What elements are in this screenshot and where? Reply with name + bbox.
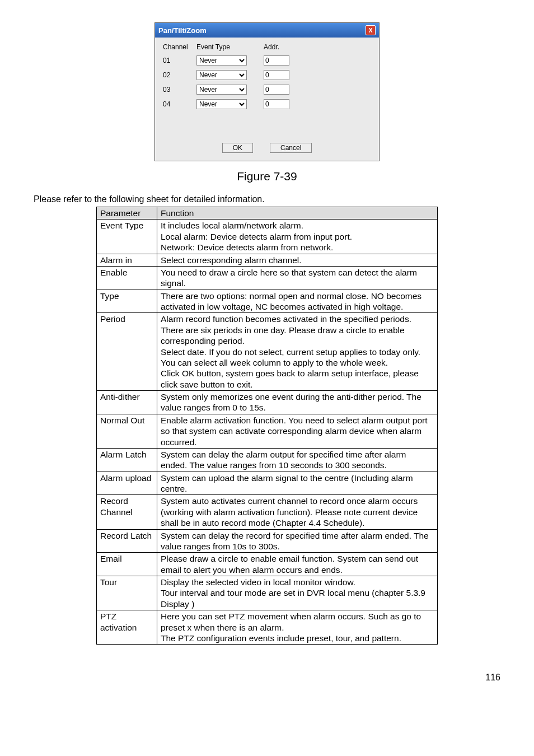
ptz-dialog: Pan/Tilt/Zoom X Channel Event Type Addr.…: [154, 22, 380, 161]
param-cell: Alarm upload: [97, 472, 157, 495]
addr-input[interactable]: [264, 99, 289, 109]
table-header-row: Parameter Function: [97, 207, 438, 220]
col-header-event-type: Event Type: [196, 43, 264, 51]
func-cell: System can upload the alarm signal to th…: [157, 472, 438, 495]
table-row: PTZ activationHere you can set PTZ movem…: [97, 610, 438, 645]
channel-label: 04: [163, 100, 196, 108]
addr-input[interactable]: [264, 85, 289, 95]
func-cell: There are two options: normal open and n…: [157, 290, 438, 313]
func-cell: Display the selected video in local moni…: [157, 576, 438, 610]
param-cell: Event Type: [97, 220, 157, 254]
dialog-title: Pan/Tilt/Zoom: [158, 26, 207, 35]
dialog-titlebar: Pan/Tilt/Zoom X: [155, 23, 379, 38]
func-cell: System auto activates current channel to…: [157, 495, 438, 529]
table-header-parameter: Parameter: [97, 207, 157, 220]
addr-input[interactable]: [264, 70, 289, 80]
col-header-channel: Channel: [163, 43, 196, 51]
channel-label: 03: [163, 86, 196, 94]
param-cell: Email: [97, 553, 157, 576]
ptz-row: 03 Never: [163, 85, 371, 95]
table-row: Alarm inSelect corresponding alarm chann…: [97, 254, 438, 266]
param-cell: Alarm Latch: [97, 448, 157, 472]
func-cell: System only memorizes one event during t…: [157, 391, 438, 414]
ptz-row: 04 Never: [163, 99, 371, 109]
ptz-row: 02 Never: [163, 70, 371, 80]
table-row: Record ChannelSystem auto activates curr…: [97, 495, 438, 529]
table-row: TourDisplay the selected video in local …: [97, 576, 438, 610]
figure-caption: Figure 7-39: [34, 170, 500, 183]
func-cell: You need to draw a circle here so that s…: [157, 266, 438, 290]
table-row: Event TypeIt includes local alarm/networ…: [97, 220, 438, 254]
cancel-button[interactable]: Cancel: [270, 143, 312, 153]
func-cell: Here you can set PTZ movement when alarm…: [157, 610, 438, 645]
parameter-table: Parameter Function Event TypeIt includes…: [96, 207, 438, 645]
func-cell: System can delay the record for specifie…: [157, 529, 438, 553]
param-cell: Period: [97, 313, 157, 391]
table-row: TypeThere are two options: normal open a…: [97, 290, 438, 313]
col-header-addr: Addr.: [264, 43, 297, 51]
table-row: Alarm LatchSystem can delay the alarm ou…: [97, 448, 438, 472]
addr-input[interactable]: [264, 55, 289, 66]
param-cell: Alarm in: [97, 254, 157, 266]
ok-button[interactable]: OK: [222, 143, 253, 153]
param-cell: Anti-dither: [97, 391, 157, 414]
table-header-function: Function: [157, 207, 438, 220]
event-type-select[interactable]: Never: [196, 70, 247, 80]
func-cell: Enable alarm activation function. You ne…: [157, 414, 438, 448]
func-cell: Please draw a circle to enable email fun…: [157, 553, 438, 576]
event-type-select[interactable]: Never: [196, 99, 247, 109]
param-cell: Normal Out: [97, 414, 157, 448]
param-cell: Enable: [97, 266, 157, 290]
page-number: 116: [0, 673, 534, 683]
func-cell: It includes local alarm/network alarm.Lo…: [157, 220, 438, 254]
func-cell: Select corresponding alarm channel.: [157, 254, 438, 266]
close-icon[interactable]: X: [366, 25, 376, 35]
param-cell: Record Channel: [97, 495, 157, 529]
table-row: Record LatchSystem can delay the record …: [97, 529, 438, 553]
channel-label: 01: [163, 57, 196, 64]
channel-label: 02: [163, 71, 196, 79]
ptz-row: 01 Never: [163, 55, 371, 66]
table-row: EnableYou need to draw a circle here so …: [97, 266, 438, 290]
table-row: Alarm uploadSystem can upload the alarm …: [97, 472, 438, 495]
param-cell: Tour: [97, 576, 157, 610]
table-row: Normal OutEnable alarm activation functi…: [97, 414, 438, 448]
func-cell: Alarm record function becomes activated …: [157, 313, 438, 391]
event-type-select[interactable]: Never: [196, 55, 247, 66]
param-cell: PTZ activation: [97, 610, 157, 645]
param-cell: Record Latch: [97, 529, 157, 553]
param-cell: Type: [97, 290, 157, 313]
dialog-body: Channel Event Type Addr. 01 Never: [155, 38, 379, 161]
intro-text: Please refer to the following sheet for …: [34, 194, 500, 204]
table-row: Anti-ditherSystem only memorizes one eve…: [97, 391, 438, 414]
table-row: EmailPlease draw a circle to enable emai…: [97, 553, 438, 576]
table-row: PeriodAlarm record function becomes acti…: [97, 313, 438, 391]
func-cell: System can delay the alarm output for sp…: [157, 448, 438, 472]
event-type-select[interactable]: Never: [196, 85, 247, 95]
